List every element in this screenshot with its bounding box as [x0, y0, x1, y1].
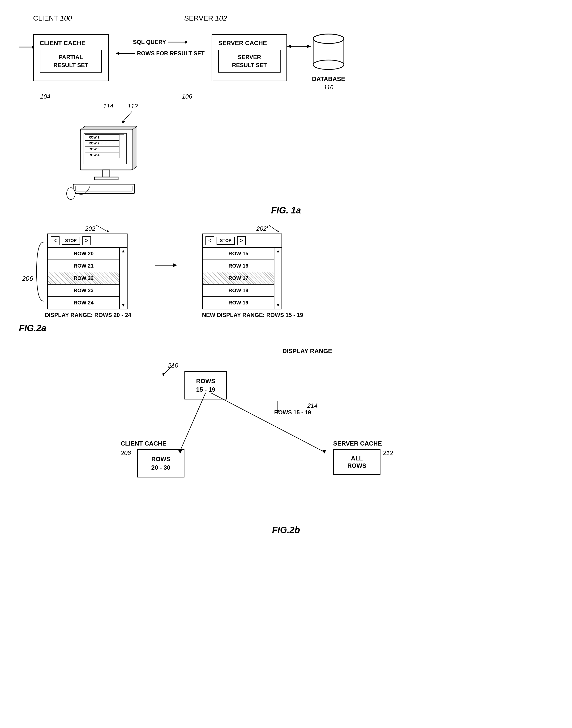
stop-btn-2[interactable]: STOP [217, 237, 235, 245]
partial-result-box: PARTIALRESULT SET [40, 50, 102, 72]
svg-point-11 [313, 60, 344, 69]
panel2-row0: ROW 15 [203, 248, 274, 260]
svg-text:ROW 3: ROW 3 [88, 147, 99, 151]
svg-line-37 [96, 225, 108, 232]
svg-text:ROW 2: ROW 2 [88, 141, 99, 145]
ref-104: 104 [35, 93, 111, 100]
display-range-2: NEW DISPLAY RANGE: ROWS 15 - 19 [202, 312, 303, 318]
svg-rect-33 [76, 186, 132, 191]
database-label: DATABASE [312, 75, 345, 83]
display-range-1: DISPLAY RANGE: ROWS 20 - 24 [45, 312, 131, 318]
ref-114: 114 [103, 103, 113, 110]
panel1-row4: ROW 24 [48, 297, 119, 309]
svg-rect-27 [119, 134, 124, 158]
nav-right-btn-1[interactable]: > [82, 236, 91, 245]
ref-110: 110 [324, 84, 333, 90]
panel1-row1: ROW 21 [48, 260, 119, 272]
nav-left-btn-2[interactable]: < [206, 236, 214, 245]
client-label: CLIENT 100 [33, 14, 72, 22]
fig2b-caption: FIG.2b [272, 525, 300, 535]
svg-line-47 [180, 392, 206, 452]
database-cylinder: DATABASE 110 [311, 32, 346, 90]
computer-illustration: 114 112 ROW 1 ROW 2 ROW 3 [66, 103, 156, 201]
svg-marker-30 [132, 126, 137, 170]
panel1: < STOP > ROW 20 ROW 21 ROW 22 ROW 23 ROW… [47, 234, 128, 309]
svg-marker-8 [307, 45, 311, 48]
panel2-row4: ROW 19 [203, 297, 274, 309]
nav-right-btn-2[interactable]: > [237, 236, 246, 245]
scroll-up-2[interactable]: ▲ [276, 249, 280, 254]
panel1-row2: ROW 22 [48, 272, 119, 285]
ref-202: 202 [85, 225, 95, 232]
svg-rect-29 [94, 177, 118, 180]
svg-line-49 [210, 392, 324, 452]
ref-112: 112 [128, 103, 138, 110]
fig1a: CLIENT 100 SERVER 102 CLIENT CACHE PARTI… [19, 14, 553, 216]
panel2-row3: ROW 18 [203, 285, 274, 297]
scroll-down-2[interactable]: ▼ [276, 303, 280, 308]
client-cache-label: CLIENT CACHE [40, 40, 102, 47]
sql-query-label: SQL QUERY [133, 39, 166, 45]
svg-marker-48 [178, 450, 182, 453]
ref-212: 212 [383, 449, 393, 457]
panel2-row1: ROW 16 [203, 260, 274, 272]
nav-left-btn-1[interactable]: < [51, 236, 60, 245]
svg-marker-44 [162, 373, 165, 376]
fig2a-caption: FIG.2a [19, 323, 553, 333]
stop-btn-1[interactable]: STOP [62, 237, 80, 245]
server-result-box: SERVERRESULT SET [218, 50, 281, 72]
svg-text:ROW 4: ROW 4 [88, 153, 99, 157]
svg-marker-50 [322, 450, 326, 453]
svg-marker-42 [277, 230, 280, 232]
scroll-down-1[interactable]: ▼ [121, 303, 125, 308]
svg-marker-31 [80, 126, 137, 130]
ref-202prime: 202' [256, 225, 268, 232]
client-cache-box: CLIENT CACHE PARTIALRESULT SET [33, 34, 109, 81]
fig2a: 202 206 [19, 225, 553, 333]
server-cache-box: SERVER CACHE SERVERRESULT SET [212, 34, 287, 81]
server-label: SERVER 102 [184, 14, 227, 22]
scroll-up-1[interactable]: ▲ [121, 249, 125, 254]
svg-line-13 [123, 111, 132, 122]
panel2: < STOP > ROW 15 ROW 16 ROW 17 ROW 18 ROW… [202, 234, 282, 309]
svg-marker-40 [173, 263, 177, 267]
svg-marker-3 [185, 41, 187, 44]
ref-206: 206 [22, 275, 33, 283]
svg-marker-38 [107, 230, 110, 232]
rows-for-result-label: ROWS FOR RESULT SET [137, 50, 205, 57]
display-range-label: DISPLAY RANGE [282, 348, 332, 355]
svg-line-41 [269, 225, 278, 232]
server-cache-label: SERVER CACHE [218, 40, 281, 47]
panel1-row3: ROW 23 [48, 285, 119, 297]
svg-marker-14 [122, 121, 125, 123]
ref-208: 208 [121, 449, 131, 457]
ref-106: 106 [182, 93, 192, 100]
panel2-row2: ROW 17 [203, 272, 274, 285]
fig1a-caption: FIG. 1a [19, 205, 553, 216]
svg-text:ROW 1: ROW 1 [88, 135, 99, 139]
svg-point-34 [67, 188, 75, 199]
panel1-row0: ROW 20 [48, 248, 119, 260]
svg-rect-28 [103, 170, 110, 177]
fig2b: DISPLAY RANGE 210 ROWS15 - 19 CLIENT CAC… [19, 348, 553, 535]
